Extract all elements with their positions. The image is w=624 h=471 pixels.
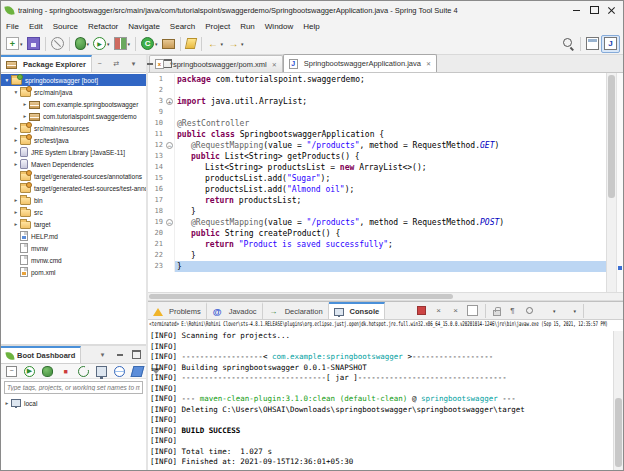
maximize-button[interactable] — [129, 346, 144, 364]
find-button[interactable] — [560, 35, 577, 53]
maximize-button[interactable] — [606, 302, 621, 320]
view-menu-button[interactable]: ▾ — [95, 346, 110, 364]
skip-all-breakpoints-button[interactable] — [49, 35, 66, 53]
debug-button[interactable]: ▾ — [73, 35, 92, 53]
open-perspective-button[interactable] — [584, 35, 601, 53]
menu-file[interactable]: File — [1, 21, 24, 32]
code-line[interactable]: 3+import java.util.ArrayList; — [148, 96, 606, 107]
expand-arrow-icon[interactable]: ▸ — [12, 149, 20, 155]
code-line[interactable]: 18} — [148, 206, 606, 217]
code-line[interactable]: 19−@RequestMapping(value = "/products", … — [148, 217, 606, 228]
code-line[interactable]: 1package com.tutorialspoint.swaggerdemo; — [148, 74, 606, 85]
view-menu-button[interactable]: ▾ — [126, 55, 141, 73]
minimize-button[interactable] — [112, 346, 127, 364]
code-line[interactable]: 16productsList.add("Almond oil"); — [148, 184, 606, 195]
code-line[interactable]: 13public List<String> getProducts() { — [148, 151, 606, 162]
pin-console-button[interactable] — [522, 302, 537, 320]
code-line[interactable]: 14List<String> productsList = new ArrayL… — [148, 162, 606, 173]
close-tab-icon[interactable]: ✕ — [272, 61, 277, 68]
menu-navigate[interactable]: Navigate — [123, 21, 165, 32]
fold-column[interactable]: − — [165, 140, 174, 151]
menu-edit[interactable]: Edit — [24, 21, 48, 32]
terminate-button[interactable] — [414, 302, 429, 320]
fold-column[interactable]: + — [165, 96, 174, 107]
remove-all-terminated-button[interactable]: × — [448, 302, 463, 320]
code-line[interactable]: 20public String createProduct() { — [148, 228, 606, 239]
menu-project[interactable]: Project — [200, 21, 235, 32]
collapse-fold-icon[interactable]: − — [166, 142, 173, 149]
expand-arrow-icon[interactable]: ▸ — [21, 101, 29, 107]
tree-item[interactable]: mvnw.cmd — [1, 254, 146, 266]
title-bar[interactable]: training - springbootswagger/src/main/ja… — [1, 1, 623, 19]
collapse-arrow-icon[interactable]: ▾ — [3, 77, 11, 83]
code-line[interactable]: 21return "Product is saved successfully"… — [148, 239, 606, 250]
editor-tab[interactable]: JSpringbootswaggerApplication.java✕ — [283, 54, 437, 72]
collapse-fold-icon[interactable]: − — [166, 219, 173, 226]
collapse-all-button[interactable]: − — [4, 362, 19, 380]
console-vertical-scrollbar[interactable] — [613, 331, 623, 470]
minimize-window-icon[interactable] — [567, 3, 585, 18]
boot-dashboard-tree[interactable]: ▸local — [1, 396, 146, 470]
start-button[interactable]: ▶ — [22, 362, 37, 380]
tree-item[interactable]: ▸src — [1, 206, 146, 218]
expand-fold-icon[interactable]: + — [166, 98, 173, 105]
code-line[interactable]: 22} — [148, 250, 606, 261]
expand-arrow-icon[interactable]: ▸ — [3, 400, 11, 406]
console-output[interactable]: [INFO] Scanning for projects...[INFO] [I… — [148, 331, 623, 470]
menu-window[interactable]: Window — [260, 21, 298, 32]
back-button[interactable]: ←▾ — [205, 35, 226, 53]
stop-button[interactable]: ■ — [58, 362, 73, 380]
code-line[interactable]: 10@RestController — [148, 118, 606, 129]
editor-hscrollbar-thumb[interactable] — [149, 294, 453, 299]
tree-item[interactable]: ▸bin — [1, 194, 146, 206]
collapse-all-button[interactable]: − — [92, 55, 107, 73]
run-button[interactable]: ▶▾ — [91, 35, 112, 53]
new-java-package-button[interactable] — [160, 35, 177, 53]
tab-problems[interactable]: Problems — [148, 302, 207, 319]
expand-arrow-icon[interactable]: ▸ — [21, 113, 29, 119]
forward-button[interactable]: →▾ — [225, 35, 246, 53]
maximize-window-icon[interactable] — [585, 3, 603, 18]
tree-item[interactable]: ▸src/main/resources — [1, 122, 146, 134]
display-selected-console-button[interactable]: ▾ — [539, 302, 558, 320]
new-java-class-button[interactable]: C▾ — [139, 35, 160, 53]
minimize-button[interactable] — [589, 302, 604, 320]
code-line[interactable]: 2 — [148, 85, 606, 96]
tree-item[interactable]: ▸com.example.springbootswagger — [1, 98, 146, 110]
java-perspective-button[interactable]: J — [601, 35, 620, 53]
expand-arrow-icon[interactable]: ▸ — [12, 137, 20, 143]
code-line[interactable]: 17return productsList; — [148, 195, 606, 206]
expand-arrow-icon[interactable]: ▸ — [12, 125, 20, 131]
fold-column[interactable]: − — [165, 217, 174, 228]
tab-boot-dashboard[interactable]: Boot Dashboard — [1, 346, 81, 363]
menu-search[interactable]: Search — [165, 21, 200, 32]
tree-item[interactable]: ▸Maven Dependencies — [1, 158, 146, 170]
expand-arrow-icon[interactable]: ▸ — [12, 221, 20, 227]
project-tree[interactable]: ▾springbootswagger [boot]▾src/main/java▸… — [1, 73, 146, 344]
tab-declaration[interactable]: →Declaration — [263, 302, 329, 319]
restart-button[interactable] — [76, 362, 91, 380]
collapse-arrow-icon[interactable]: ▾ — [12, 89, 20, 95]
open-console-button[interactable] — [94, 362, 109, 380]
tag-button[interactable] — [130, 362, 145, 380]
tab-console[interactable]: Console — [329, 302, 386, 319]
open-browser-button[interactable] — [112, 362, 127, 380]
expand-arrow-icon[interactable]: ▸ — [12, 209, 20, 215]
menu-source[interactable]: Source — [48, 21, 83, 32]
close-tab-icon[interactable]: ✕ — [426, 60, 431, 67]
tree-item[interactable]: ▸local — [1, 397, 146, 409]
new-wizard-button[interactable]: +▾ — [4, 35, 25, 53]
coverage-button[interactable]: ▾ — [112, 35, 133, 53]
tree-item[interactable]: target/generated-test-sources/test-annot… — [1, 182, 146, 194]
start-debug-button[interactable] — [40, 362, 55, 380]
code-editor[interactable]: 1package com.tutorialspoint.swaggerdemo;… — [148, 73, 623, 292]
menu-refactor[interactable]: Refactor — [83, 21, 123, 32]
code-line[interactable]: 11public class SpringbootswaggerApplicat… — [148, 129, 606, 140]
editor-scrollbar-thumb[interactable] — [608, 75, 615, 198]
close-window-icon[interactable] — [603, 3, 621, 18]
tree-item[interactable]: ▸JRE System Library [JavaSE-11] — [1, 146, 146, 158]
tree-item[interactable]: ▸com.tutorialspoint.swaggerdemo — [1, 110, 146, 122]
tree-item[interactable]: HELP.md — [1, 230, 146, 242]
tab-package-explorer[interactable]: Package Explorer — [1, 55, 92, 72]
code-line[interactable]: 15productsList.add("Sugar"); — [148, 173, 606, 184]
